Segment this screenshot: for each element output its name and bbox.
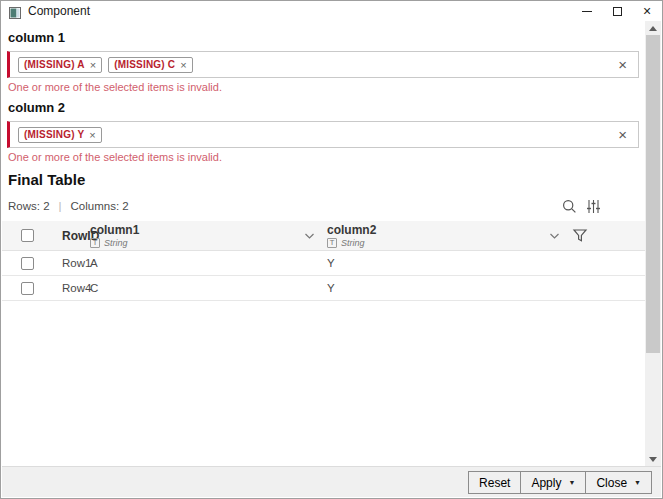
rowid-cell: Row1 xyxy=(62,257,90,269)
minimize-button[interactable] xyxy=(572,1,602,21)
chevron-down-icon[interactable] xyxy=(549,232,560,240)
table-toolbar: Rows: 2 | Columns: 2 xyxy=(2,198,645,214)
column-name: column1 xyxy=(90,224,139,237)
scroll-up-arrow-icon[interactable] xyxy=(645,21,661,35)
chip-label: (MISSING) A xyxy=(24,59,85,70)
rows-count: Rows: 2 xyxy=(8,200,50,212)
chip-missing-a: (MISSING) A × xyxy=(18,57,102,73)
column-header-column1[interactable]: column1 T String xyxy=(90,224,139,248)
maximize-button[interactable] xyxy=(602,1,632,21)
cell-column2: Y xyxy=(327,282,572,294)
table-row: Row4 C Y xyxy=(2,276,645,301)
component-app-icon xyxy=(9,5,21,17)
apply-button[interactable]: Apply ▼ xyxy=(520,472,585,493)
summary-separator: | xyxy=(59,200,62,212)
column-type-label: String xyxy=(104,238,128,248)
chip-missing-c: (MISSING) C × xyxy=(108,57,193,73)
table-settings-sliders-icon[interactable] xyxy=(586,199,601,214)
close-icon: × xyxy=(643,4,651,18)
column-name: column2 xyxy=(327,224,376,237)
close-dropdown-arrow-icon[interactable]: ▼ xyxy=(634,479,641,486)
string-type-icon: T xyxy=(327,238,337,248)
dialog-footer: Reset Apply ▼ Close ▼ xyxy=(2,466,661,497)
maximize-icon xyxy=(613,7,622,16)
filter-funnel-icon[interactable] xyxy=(572,228,588,243)
clear-selection-icon[interactable]: × xyxy=(618,58,627,72)
row-checkbox[interactable] xyxy=(21,282,34,295)
cell-column1: A xyxy=(90,257,327,269)
chip-missing-y: (MISSING) Y × xyxy=(18,127,102,143)
table-header-row: RowID column1 T String colu xyxy=(2,221,645,251)
component-dialog-window: Component × column 1 (MISSING) A × (MISS… xyxy=(0,0,663,499)
search-icon[interactable] xyxy=(562,199,577,214)
table-row: Row1 A Y xyxy=(2,251,645,276)
multiselect-column2[interactable]: (MISSING) Y × × xyxy=(7,121,639,148)
window-title: Component xyxy=(28,4,90,18)
apply-button-label: Apply xyxy=(531,476,561,490)
table-summary: Rows: 2 | Columns: 2 xyxy=(8,200,129,212)
chip-label: (MISSING) Y xyxy=(24,129,84,140)
chip-label: (MISSING) C xyxy=(114,59,175,70)
string-type-icon: T xyxy=(90,238,100,248)
minimize-icon xyxy=(582,11,592,12)
column-type-label: String xyxy=(341,238,365,248)
chip-remove-icon[interactable]: × xyxy=(89,130,95,140)
rowid-cell: Row4 xyxy=(62,282,90,294)
title-bar: Component × xyxy=(1,1,662,21)
cell-column2: Y xyxy=(327,257,572,269)
field-label-column1: column 1 xyxy=(8,30,645,45)
final-table-heading: Final Table xyxy=(8,171,645,188)
chip-remove-icon[interactable]: × xyxy=(90,60,96,70)
footer-button-group: Reset Apply ▼ Close ▼ xyxy=(468,471,652,494)
clear-selection-icon[interactable]: × xyxy=(618,128,627,142)
select-all-checkbox[interactable] xyxy=(21,229,34,242)
reset-button[interactable]: Reset xyxy=(469,472,520,493)
multiselect-column1[interactable]: (MISSING) A × (MISSING) C × × xyxy=(7,51,639,78)
row-checkbox[interactable] xyxy=(21,257,34,270)
scroll-down-arrow-icon[interactable] xyxy=(645,452,661,466)
reset-button-label: Reset xyxy=(479,476,510,490)
chip-remove-icon[interactable]: × xyxy=(180,60,186,70)
close-button-label: Close xyxy=(596,476,627,490)
columns-count: Columns: 2 xyxy=(71,200,129,212)
final-table: RowID column1 T String colu xyxy=(2,221,645,301)
field-label-column2: column 2 xyxy=(8,100,645,115)
close-button[interactable]: × xyxy=(632,1,662,21)
validation-error-column2: One or more of the selected items is inv… xyxy=(8,151,645,163)
dialog-content: column 1 (MISSING) A × (MISSING) C × × O… xyxy=(2,21,645,466)
apply-dropdown-arrow-icon[interactable]: ▼ xyxy=(568,479,575,486)
chevron-down-icon[interactable] xyxy=(304,232,315,240)
vertical-scrollbar[interactable] xyxy=(645,21,661,466)
validation-error-column1: One or more of the selected items is inv… xyxy=(8,81,645,93)
column-header-column2[interactable]: column2 T String xyxy=(327,224,376,248)
cell-column1: C xyxy=(90,282,327,294)
scrollbar-thumb[interactable] xyxy=(646,35,660,353)
rowid-column-header: RowID xyxy=(62,229,90,243)
close-dialog-button[interactable]: Close ▼ xyxy=(585,472,651,493)
